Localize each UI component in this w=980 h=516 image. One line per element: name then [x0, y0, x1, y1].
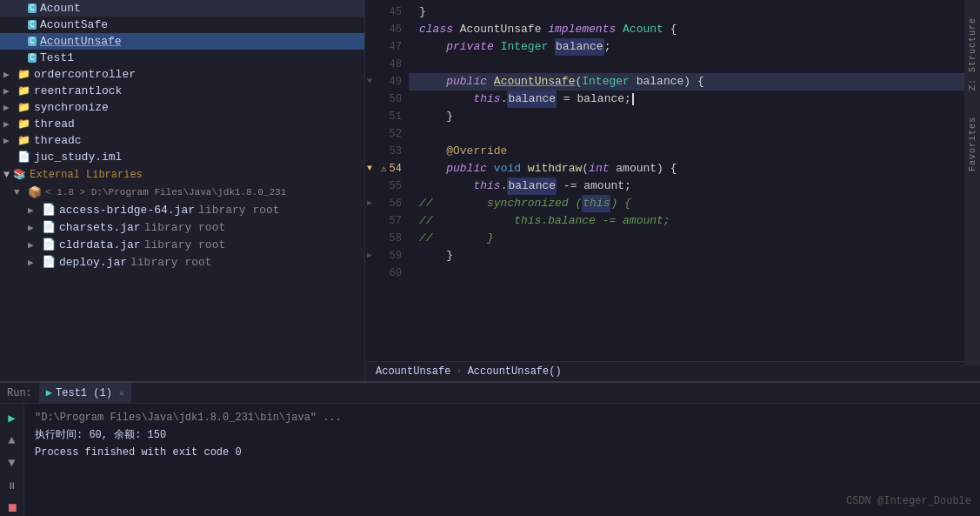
close-tab-icon[interactable]: ✕: [119, 388, 124, 399]
class-icon: C: [28, 53, 37, 63]
line-num-46: 46: [365, 21, 409, 38]
code-token: void: [494, 160, 528, 178]
sidebar-item-deploy[interactable]: ▶ 📄 deploy.jar library root: [0, 253, 364, 271]
code-line-50: this.balance = balance;: [409, 90, 980, 108]
stop-button[interactable]: ⏹: [3, 499, 21, 516]
code-token: ;: [604, 38, 611, 56]
code-line-46: class AcountUnsafe implements Acount {: [409, 21, 980, 38]
sidebar-item-cldrdata[interactable]: ▶ 📄 cldrdata.jar library root: [0, 236, 364, 253]
sidebar-item-acountsafe[interactable]: C AcountSafe: [0, 17, 364, 33]
output-line-2: 执行时间: 60, 余额: 150: [35, 426, 970, 444]
code-token-this: this: [582, 195, 610, 212]
arrow-icon: ▶: [3, 85, 17, 97]
code-token: balance) {: [637, 73, 704, 90]
sidebar-item-synchronize[interactable]: ▶ 📁 synchronize: [0, 99, 364, 116]
run-content: ▶ ▲ ▼ ⏸ ⏹ ⚙ "D:\Program Files\Java\jdk1.…: [0, 404, 980, 516]
code-token: Acount: [623, 21, 670, 38]
sidebar-item-jdk-group[interactable]: ▼ 📦 < 1.8 > D:\Program Files\Java\jdk1.8…: [0, 184, 364, 201]
project-sidebar: C Acount C AcountSafe C AcountUnsafe C T…: [0, 0, 365, 381]
jar-label: charsets.jar: [59, 221, 141, 234]
run-tab-label: Test1 (1): [56, 387, 112, 399]
fold-icon-54: ▼: [367, 160, 372, 178]
favorites-label[interactable]: Favorites: [968, 117, 977, 171]
arrow-icon: ▶: [3, 69, 17, 80]
fold-icon-56: ▶: [367, 195, 372, 212]
code-token: [419, 38, 446, 56]
code-token: (: [575, 73, 582, 90]
folder-icon: 📁: [17, 101, 30, 114]
code-line-51: }: [409, 108, 980, 125]
sidebar-item-label: Acount: [40, 2, 81, 15]
run-output: "D:\Program Files\Java\jdk1.8.0_231\bin\…: [24, 404, 980, 516]
arrow-icon: ▶: [28, 222, 42, 233]
external-libraries-label: External Libraries: [30, 169, 143, 181]
code-token: ;: [624, 90, 631, 108]
run-tab-bar: Run: ▶ Test1 (1) ✕: [0, 383, 980, 404]
code-token: .: [501, 90, 508, 108]
sidebar-item-test1[interactable]: C Test1: [0, 50, 364, 66]
code-token: -= amount;: [557, 178, 631, 195]
run-tab[interactable]: ▶ Test1 (1) ✕: [39, 383, 131, 403]
sidebar-item-threadc[interactable]: ▶ 📁 threadc: [0, 132, 364, 149]
code-token: Integer: [501, 38, 555, 56]
class-icon: C: [28, 3, 37, 13]
line-num-54: ▼ ⚠ 54: [365, 160, 409, 178]
output-line-3: Process finished with exit code 0: [35, 444, 970, 461]
code-token-balance: balance: [555, 38, 604, 56]
sidebar-item-thread[interactable]: ▶ 📁 thread: [0, 116, 364, 132]
fold-icon-59: ▶: [367, 247, 372, 265]
run-label: Run:: [7, 387, 32, 399]
sidebar-item-label: AcountSafe: [40, 18, 108, 31]
code-token: implements: [548, 21, 623, 38]
sidebar-item-access-bridge[interactable]: ▶ 📄 access-bridge-64.jar library root: [0, 201, 364, 218]
jar-suffix: library root: [144, 238, 226, 251]
jar-label: deploy.jar: [59, 256, 127, 269]
scroll-up-button[interactable]: ▲: [3, 432, 21, 449]
jdk-label: < 1.8 > D:\Program Files\Java\jdk1.8.0_2…: [45, 187, 286, 198]
sidebar-item-juc-study[interactable]: 📄 juc_study.iml: [0, 149, 364, 165]
folder-icon: 📁: [17, 134, 30, 147]
code-line-48: [409, 56, 980, 73]
code-token: private: [446, 38, 500, 56]
code-token: // synchronized (: [419, 195, 582, 212]
code-token: }: [419, 108, 453, 125]
play-button[interactable]: ▶: [3, 409, 21, 426]
breadcrumb-sep: ›: [456, 365, 462, 378]
warn-icon-54: ⚠: [381, 160, 387, 178]
code-line-56: // synchronized (this) {: [409, 195, 980, 212]
code-token: amount) {: [616, 160, 677, 178]
sidebar-item-charsets[interactable]: ▶ 📄 charsets.jar library root: [0, 218, 364, 236]
external-libraries-header[interactable]: ▼ 📚 External Libraries: [0, 165, 364, 184]
line-num-52: 52: [365, 125, 409, 143]
code-content[interactable]: } class AcountUnsafe implements Acount {…: [409, 0, 980, 361]
code-token: Integer: [582, 73, 636, 90]
sidebar-item-label: thread: [34, 117, 75, 131]
sidebar-item-reentrantlock[interactable]: ▶ 📁 reentrantlock: [0, 83, 364, 99]
code-token: [419, 90, 473, 108]
sidebar-item-acount[interactable]: C Acount: [0, 0, 364, 17]
scroll-down-button[interactable]: ▼: [3, 454, 21, 472]
code-line-54: public void withdraw(int amount) {: [409, 160, 980, 178]
pause-button[interactable]: ⏸: [3, 477, 21, 494]
code-line-47: private Integer balance;: [409, 38, 980, 56]
class-icon: C: [28, 37, 37, 46]
code-token-balance: balance: [507, 178, 557, 195]
class-icon: C: [28, 20, 37, 30]
code-line-59: }: [409, 247, 980, 265]
code-token: AcountUnsafe: [460, 21, 548, 38]
line-num-58: 58: [365, 230, 409, 247]
line-num-59: ▶ 59: [365, 247, 409, 265]
code-token: int: [589, 160, 616, 178]
code-token: this: [473, 178, 500, 195]
jar-label: cldrdata.jar: [59, 238, 141, 251]
code-token: }: [419, 3, 426, 21]
sidebar-item-accountunsafe[interactable]: C AcountUnsafe: [0, 33, 364, 50]
code-token: [419, 160, 446, 178]
code-token: (: [582, 160, 589, 178]
code-token: ) {: [610, 195, 630, 212]
z-structure-label[interactable]: Z: Structure: [968, 17, 977, 90]
line-num-49: ▼ 49: [365, 73, 409, 90]
sidebar-item-ordercontroller[interactable]: ▶ 📁 ordercontroller: [0, 66, 364, 83]
code-line-53: @Override: [409, 143, 980, 160]
arrow-icon: ▼: [14, 187, 28, 198]
